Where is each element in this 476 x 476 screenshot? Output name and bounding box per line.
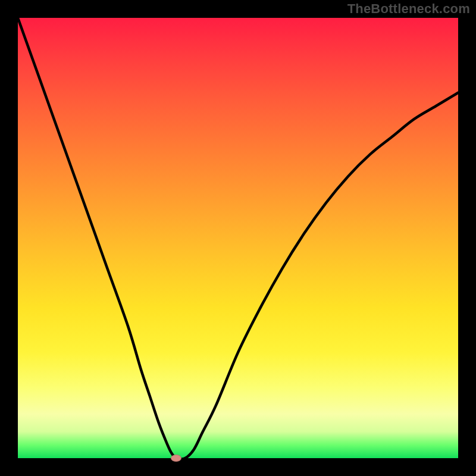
curve-path [18,18,458,459]
watermark-text: TheBottleneck.com [347,1,470,17]
plot-area [18,18,458,458]
optimal-point-marker [171,455,181,462]
chart-frame: TheBottleneck.com [0,0,476,476]
bottleneck-curve [18,18,458,458]
